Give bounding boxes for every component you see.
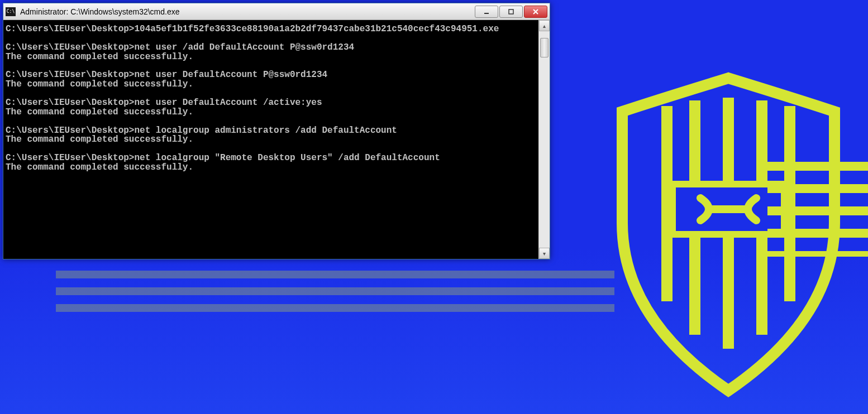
maximize-button[interactable] bbox=[499, 6, 523, 18]
svg-rect-10 bbox=[767, 184, 868, 193]
scroll-up-arrow[interactable]: ▴ bbox=[539, 20, 550, 31]
cmd-window: C:\ Administrator: C:\Windows\system32\c… bbox=[3, 3, 550, 259]
terminal-content[interactable]: C:\Users\IEUser\Desktop>104a5ef1b1f52fe3… bbox=[3, 20, 538, 259]
scroll-down-arrow[interactable]: ▾ bbox=[539, 248, 550, 259]
background-stripes-right bbox=[767, 162, 868, 245]
minimize-button[interactable] bbox=[475, 6, 498, 18]
svg-rect-12 bbox=[767, 229, 868, 238]
svg-rect-11 bbox=[767, 206, 868, 215]
svg-rect-9 bbox=[767, 162, 868, 171]
svg-rect-0 bbox=[56, 271, 614, 278]
scroll-thumb[interactable] bbox=[540, 38, 549, 57]
close-button[interactable] bbox=[524, 6, 547, 18]
svg-rect-1 bbox=[56, 287, 614, 295]
cmd-icon: C:\ bbox=[6, 7, 16, 16]
svg-rect-13 bbox=[767, 251, 868, 257]
svg-rect-2 bbox=[56, 304, 614, 312]
window-title: Administrator: C:\Windows\system32\cmd.e… bbox=[20, 7, 475, 16]
window-controls bbox=[475, 6, 547, 18]
svg-rect-15 bbox=[509, 9, 513, 14]
vertical-scrollbar: ▴ ▾ bbox=[538, 20, 550, 259]
background-stripes-lower bbox=[56, 265, 614, 332]
window-titlebar[interactable]: C:\ Administrator: C:\Windows\system32\c… bbox=[3, 3, 550, 20]
svg-rect-14 bbox=[484, 13, 489, 14]
cmd-body: C:\Users\IEUser\Desktop>104a5ef1b1f52fe3… bbox=[3, 20, 550, 259]
scroll-track[interactable] bbox=[539, 31, 550, 248]
